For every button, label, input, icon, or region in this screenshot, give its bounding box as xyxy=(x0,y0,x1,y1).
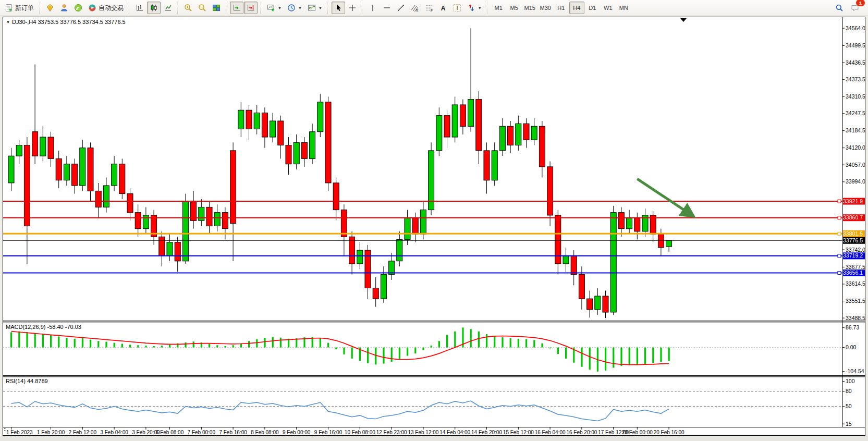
timeframe-m5-button[interactable]: M5 xyxy=(507,2,522,14)
new-order-button[interactable]: 新订单 xyxy=(2,2,36,14)
chart-shift-icon xyxy=(247,4,255,12)
new-chart-dropdown[interactable]: ▼ xyxy=(264,2,284,14)
svg-text:7 Feb 00:00: 7 Feb 00:00 xyxy=(188,430,216,435)
svg-text:3 Feb 04:00: 3 Feb 04:00 xyxy=(100,430,128,435)
toolbar-right-group: 1 xyxy=(833,2,866,14)
timeframe-h1-button[interactable]: H1 xyxy=(554,2,569,14)
charts-gallery-button[interactable] xyxy=(43,2,57,14)
toolbar-separator xyxy=(226,3,227,14)
svg-text:34564.0: 34564.0 xyxy=(846,25,865,31)
cursor-icon xyxy=(334,4,343,12)
macd-indicator-label: MACD(12,26,9) -58.40 -70.03 xyxy=(6,324,81,330)
line-chart-mode-button[interactable] xyxy=(161,2,175,14)
arrows-dropdown[interactable]: ▼ xyxy=(464,2,484,14)
svg-text:34436.5: 34436.5 xyxy=(846,59,865,66)
chart-template-icon xyxy=(308,4,316,12)
svg-text:33488.5: 33488.5 xyxy=(846,315,865,321)
zoom-out-icon xyxy=(198,4,206,12)
timeframe-m30-button[interactable]: M30 xyxy=(538,2,553,14)
bar-chart-icon xyxy=(136,4,144,12)
chevron-down-icon: ▼ xyxy=(298,6,302,10)
svg-text:A: A xyxy=(441,5,445,12)
svg-text:20 Feb 16:00: 20 Feb 16:00 xyxy=(654,430,684,435)
timeframe-mn-button[interactable]: MN xyxy=(616,2,631,14)
svg-text:12 Feb 23:00: 12 Feb 23:00 xyxy=(376,430,407,435)
fibonacci-tool-button[interactable]: F xyxy=(422,2,436,14)
candlesticks xyxy=(8,28,672,318)
crosshair-icon xyxy=(348,4,357,12)
svg-text:-104.54: -104.54 xyxy=(846,368,864,374)
timeframe-d1-button[interactable]: D1 xyxy=(585,2,600,14)
timeframe-w1-button[interactable]: W1 xyxy=(601,2,616,14)
chevron-down-icon: ▼ xyxy=(319,6,322,10)
svg-text:14 Feb 04:00: 14 Feb 04:00 xyxy=(439,430,470,435)
periods-dropdown[interactable]: ▼ xyxy=(285,2,304,14)
svg-text:15: 15 xyxy=(846,421,852,427)
timeframe-h4-button[interactable]: H4 xyxy=(569,2,584,14)
templates-dropdown[interactable]: ▼ xyxy=(305,2,325,14)
svg-text:80: 80 xyxy=(846,388,852,394)
svg-text:16 Feb 20:00: 16 Feb 20:00 xyxy=(566,430,597,435)
svg-text:10 Feb 08:00: 10 Feb 08:00 xyxy=(345,430,375,435)
svg-text:100: 100 xyxy=(846,378,855,384)
svg-text:9 Feb 16:00: 9 Feb 16:00 xyxy=(314,430,343,435)
svg-text:33776.5: 33776.5 xyxy=(843,237,863,243)
svg-text:13 Feb 12:00: 13 Feb 12:00 xyxy=(408,430,438,435)
horizontal-line-tool-button[interactable] xyxy=(380,2,394,14)
svg-text:9 Feb 00:00: 9 Feb 00:00 xyxy=(283,430,311,435)
auto-scroll-button[interactable] xyxy=(230,2,243,14)
symbol-dropdown-icon[interactable]: ▼ xyxy=(6,20,10,24)
zoom-out-button[interactable] xyxy=(195,2,209,14)
text-tool-button[interactable]: A xyxy=(436,2,450,14)
svg-text:33719.2: 33719.2 xyxy=(843,252,863,259)
vertical-line-tool-button[interactable] xyxy=(366,2,380,14)
candlestick-icon xyxy=(150,4,158,12)
chart-shift-button[interactable] xyxy=(244,2,258,14)
zoom-in-button[interactable] xyxy=(181,2,195,14)
auto-scroll-icon xyxy=(233,4,241,12)
chart-canvas[interactable]: 34564.034499.534436.534373.534310.534247… xyxy=(3,17,865,435)
svg-text:34120.0: 34120.0 xyxy=(846,144,865,151)
tile-windows-button[interactable] xyxy=(210,2,223,14)
svg-text:50: 50 xyxy=(846,403,852,409)
new-chart-icon xyxy=(267,4,275,12)
svg-text:34057.0: 34057.0 xyxy=(846,162,865,168)
chart-title: DJ30-,H4 33753.5 33776.5 33734.5 33776.5 xyxy=(12,19,126,25)
equidistant-channel-tool-button[interactable]: E xyxy=(408,2,422,14)
new-order-label: 新订单 xyxy=(15,4,34,13)
trend-arrow-annotation[interactable] xyxy=(637,179,692,216)
svg-text:8 Feb 08:00: 8 Feb 08:00 xyxy=(251,430,279,435)
svg-text:16 Feb 04:00: 16 Feb 04:00 xyxy=(535,430,566,435)
svg-text:1 Feb 20:00: 1 Feb 20:00 xyxy=(37,430,65,435)
timeframe-m1-button[interactable]: M1 xyxy=(491,2,506,14)
bar-chart-mode-button[interactable] xyxy=(133,2,146,14)
autotrade-button[interactable]: 自动交易 xyxy=(85,2,126,14)
toolbar-separator xyxy=(362,3,363,14)
toolbar-separator xyxy=(39,3,41,14)
macd-histogram xyxy=(10,327,670,372)
chart-window[interactable]: 34564.034499.534436.534373.534310.534247… xyxy=(3,17,865,436)
svg-text:F: F xyxy=(431,9,433,13)
crosshair-tool-button[interactable] xyxy=(346,2,359,14)
price-axis: 34564.034499.534436.534373.534310.534247… xyxy=(842,25,865,427)
timeframe-m15-button[interactable]: M15 xyxy=(522,2,537,14)
chart-shift-marker[interactable] xyxy=(680,18,687,22)
chevron-down-icon: ▼ xyxy=(278,6,282,10)
timeframe-group: M1M5M15M30H1H4D1W1MN xyxy=(491,2,631,14)
cursor-tool-button[interactable] xyxy=(332,2,345,14)
candlestick-mode-button[interactable] xyxy=(147,2,161,14)
trendline-tool-button[interactable] xyxy=(394,2,408,14)
svg-text:33921.9: 33921.9 xyxy=(843,198,863,204)
text-label-tool-button[interactable]: T xyxy=(450,2,464,14)
text-label-icon: T xyxy=(453,4,461,12)
profiles-button[interactable] xyxy=(57,2,71,14)
chevron-down-icon: ▼ xyxy=(478,6,482,10)
svg-text:E: E xyxy=(416,9,418,12)
svg-text:86.73: 86.73 xyxy=(846,324,859,330)
equidistant-channel-icon: E xyxy=(411,4,419,12)
search-button[interactable] xyxy=(833,2,846,14)
signals-button[interactable] xyxy=(71,2,85,14)
macd-signal-line xyxy=(11,332,669,365)
notification-badge[interactable]: 1 xyxy=(855,0,865,7)
toolbar: 新订单 自动交易 ▼ ▼ ▼ E F A T ▼ M1M5M15M30H1H4D… xyxy=(0,0,868,16)
